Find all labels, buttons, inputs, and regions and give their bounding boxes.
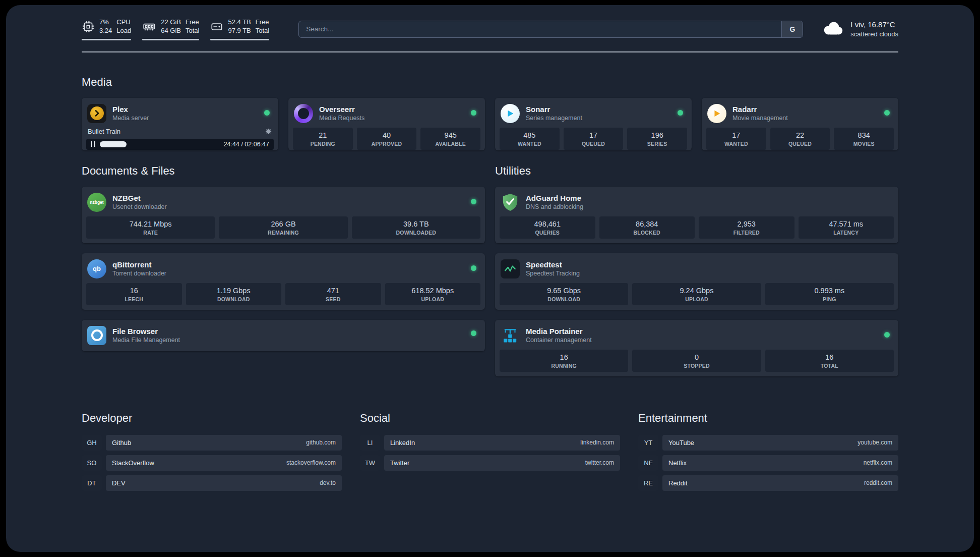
service-title[interactable]: Radarr [732,105,788,114]
pause-icon[interactable] [91,141,95,147]
topbar-divider [82,51,898,52]
playback-progress-bar[interactable]: 24:44 / 02:06:47 [86,139,274,150]
service-subtitle: Media File Management [112,337,180,344]
service-subtitle: DNS and adblocking [526,203,583,210]
service-subtitle: Speedtest Tracking [526,270,580,277]
service-card-sonarr[interactable]: Sonarr Series management 485WANTED 17QUE… [495,98,692,150]
service-card-nzbget[interactable]: nzbget NZBGet Usenet downloader 744.21 M… [82,187,485,243]
playback-progress-fill [100,141,127,147]
stat-tile: 196SERIES [627,128,687,150]
memory-free-value: 22 GiB [161,18,181,27]
service-subtitle: Usenet downloader [112,203,167,210]
bookmark-group-developer: Developer GH Githubgithub.com SO StackOv… [82,412,342,495]
bookmark-name[interactable]: YouTube [668,439,694,447]
service-subtitle: Media Requests [319,115,364,122]
cpu-label: CPU [116,18,131,27]
section-title-utilities: Utilities [495,164,898,178]
section-utilities: Utilities AdGuard Home DNS and adblockin… [495,164,898,386]
stat-tile: 485WANTED [500,128,560,150]
service-title[interactable]: File Browser [112,327,180,336]
stat-tile: 834MOVIES [834,128,894,150]
bookmark-group-social: Social LI LinkedInlinkedin.com TW Twitte… [360,412,620,475]
status-online-dot [884,110,890,116]
service-title[interactable]: Speedtest [526,260,580,269]
service-card-qbittorrent[interactable]: qb qBittorrent Torrent downloader 16LEEC… [82,253,485,310]
service-title[interactable]: AdGuard Home [526,194,583,202]
bookmark-name[interactable]: DEV [112,479,126,487]
service-title[interactable]: Overseerr [319,105,364,114]
service-title[interactable]: qBittorrent [112,260,166,269]
bookmark-domain: linkedin.com [580,439,614,446]
search-provider-button[interactable]: G [781,21,803,37]
bookmark-name[interactable]: Reddit [668,479,688,487]
playback-time: 24:44 / 02:06:47 [224,141,269,148]
weather-widget[interactable]: Lviv, 16.87°C scattered clouds [821,19,898,39]
plex-now-playing: Bullet Train 24:44 / 02:06:47 [86,128,274,150]
settings-gear-icon[interactable] [265,128,272,135]
disk-total-label: Total [256,27,269,35]
section-title-social: Social [360,412,620,425]
now-playing-title: Bullet Train [88,128,120,135]
stat-tile: 471SEED [285,283,381,305]
speedtest-icon [501,259,520,278]
bookmark-stackoverflow[interactable]: SO StackOverflowstackoverflow.com [82,455,342,471]
memory-icon [142,20,156,33]
bookmark-domain: github.com [306,439,336,446]
bookmark-reddit[interactable]: RE Redditreddit.com [638,475,898,491]
overseerr-icon [294,104,313,123]
service-card-filebrowser[interactable]: File Browser Media File Management [82,320,485,351]
bookmark-name[interactable]: Netflix [668,459,687,467]
bookmark-name[interactable]: Twitter [390,459,409,467]
stat-tile: 40APPROVED [357,128,417,150]
service-title[interactable]: Sonarr [526,105,582,114]
status-online-dot [471,199,476,204]
service-title[interactable]: Plex [112,105,149,114]
bookmark-youtube[interactable]: YT YouTubeyoutube.com [638,435,898,451]
disk-free-label: Free [256,18,269,27]
service-title[interactable]: Media Portainer [526,327,592,336]
bookmark-abbr: GH [82,435,102,451]
stat-tile: 17QUEUED [564,128,624,150]
service-subtitle: Container management [526,337,592,344]
memory-total-label: Total [186,27,199,35]
status-online-dot [471,110,476,116]
cloud-icon [821,20,844,38]
stat-tile: 618.52 MbpsUPLOAD [385,283,481,305]
bookmark-dev[interactable]: DT DEVdev.to [82,475,342,491]
stat-tile: 266 GBREMAINING [219,216,347,239]
bookmark-netflix[interactable]: NF Netflixnetflix.com [638,455,898,471]
nzbget-icon: nzbget [87,193,106,212]
search-input[interactable] [298,21,803,38]
disk-icon [210,20,223,33]
service-card-plex[interactable]: Plex Media server Bullet Train [82,98,278,150]
stat-tile: 16RUNNING [500,350,628,372]
bookmark-abbr: DT [82,475,102,491]
search-bar: G [298,21,803,38]
cpu-widget: 7% 3.24 CPU Load [82,18,131,40]
bookmark-name[interactable]: LinkedIn [390,439,415,447]
bookmark-twitter[interactable]: TW Twittertwitter.com [360,455,620,471]
service-card-speedtest[interactable]: Speedtest Speedtest Tracking 9.65 GbpsDO… [495,253,898,310]
stat-tile: 22QUEUED [770,128,830,150]
cpu-usage-bar [82,39,131,40]
sonarr-icon [501,104,520,123]
bookmark-linkedin[interactable]: LI LinkedInlinkedin.com [360,435,620,451]
service-title[interactable]: NZBGet [112,194,167,202]
bookmark-domain: twitter.com [585,459,614,466]
memory-total-value: 64 GiB [161,27,181,35]
stat-tile: 17WANTED [706,128,766,150]
bookmark-name[interactable]: Github [112,439,131,447]
bookmark-name[interactable]: StackOverflow [112,459,154,467]
service-card-overseerr[interactable]: Overseerr Media Requests 21PENDING 40APP… [288,98,485,150]
bookmark-domain: dev.to [320,479,336,486]
stat-tile: 2,953FILTERED [699,216,794,239]
status-online-dot [471,330,476,336]
bookmark-github[interactable]: GH Githubgithub.com [82,435,342,451]
service-card-radarr[interactable]: Radarr Movie management 17WANTED 22QUEUE… [702,98,898,150]
memory-usage-bar [142,39,199,40]
bookmark-abbr: YT [638,435,658,451]
bookmark-domain: youtube.com [858,439,892,446]
service-card-adguard[interactable]: AdGuard Home DNS and adblocking 498,461Q… [495,187,898,243]
service-card-portainer[interactable]: Media Portainer Container management 16R… [495,320,898,376]
section-documents: Documents & Files nzbget NZBGet Usenet d… [82,164,485,361]
